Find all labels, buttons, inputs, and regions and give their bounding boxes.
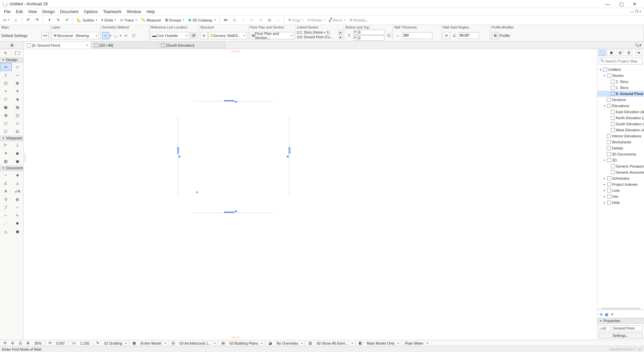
menu-design[interactable]: Design [40, 9, 57, 15]
floorplan-dropdown[interactable]: ▤ Floor Plan and Section...▸ [250, 32, 294, 39]
home-button[interactable] [12, 16, 20, 24]
filter-icon[interactable]: ▥ [307, 341, 313, 345]
radial-tool[interactable]: ∠ [0, 179, 12, 187]
view-map-tab[interactable]: ▣ [607, 50, 615, 56]
guides-button[interactable]: 📐 Guides▾ [75, 16, 99, 24]
tree-elevations[interactable]: ▾Elevations [597, 103, 644, 109]
top-input[interactable] [358, 30, 384, 35]
geom-poly-icon[interactable]: ⬠ [130, 32, 138, 39]
tree-indexes[interactable]: ▸Project Indexes [597, 181, 644, 187]
bottom-input[interactable] [358, 35, 384, 41]
refline-flip-icon[interactable]: ⇄ [190, 32, 197, 39]
delete-viewpoint-icon[interactable]: ✕ [610, 312, 614, 317]
drag-button[interactable]: ✥ Drag▾ [286, 16, 305, 24]
menu-view[interactable]: View [25, 9, 40, 15]
skylight-tool[interactable]: ▦ [0, 103, 12, 111]
refline-dropdown[interactable]: ▬ Core Outside ▸ [151, 32, 189, 39]
label-tool[interactable]: ↙A [12, 187, 23, 195]
maximize-button[interactable]: ▢ [614, 0, 628, 8]
close-button[interactable]: ✕ [628, 0, 641, 8]
viewpoint-settings-icon[interactable]: ▣ [605, 312, 608, 317]
viewset-value[interactable]: 03 Architectural 1... [178, 341, 212, 345]
units-value[interactable]: Plain Meter [404, 341, 425, 345]
shell-tool[interactable]: ◈ [12, 95, 23, 103]
tree-elev-north[interactable]: North Elevation (Auto- [597, 115, 644, 121]
geom-trapezoid-icon[interactable]: ▱ [122, 32, 129, 39]
groups-button[interactable]: ⊞ Groups▾ [163, 16, 186, 24]
properties-header[interactable]: Properties [597, 318, 644, 324]
edit-1-icon[interactable]: ◇ [230, 16, 238, 24]
zoom-in-icon[interactable]: ⊕ [25, 341, 31, 345]
zoom-fit-icon[interactable]: ⊡ [17, 341, 23, 345]
zone-tool[interactable]: ⬡ [0, 127, 12, 135]
quick-options-icon[interactable]: 🔍▾ [632, 42, 644, 49]
brand-label[interactable]: GRAPHISOFT ID [609, 347, 642, 351]
slab-tool[interactable]: ◇ [12, 63, 23, 71]
linked-story-0[interactable]: 0. Ground Floor (Cu... [300, 35, 338, 39]
thickness-input[interactable] [402, 32, 432, 39]
tree-story-1[interactable]: 1. Story [597, 85, 644, 91]
ruler-handle-top[interactable] [231, 50, 240, 52]
rotate-button[interactable]: ⟲ Rotate▾ [306, 16, 327, 24]
menu-teamwork[interactable]: Teamwork [100, 9, 124, 15]
beam-tool[interactable]: — [12, 71, 23, 79]
tree-elev-east[interactable]: East Elevation (Auto-re [597, 109, 644, 115]
elevation-tool[interactable]: ⊥ [12, 141, 23, 149]
publisher-tab[interactable]: ▥ [625, 50, 632, 56]
magic-wand-button[interactable]: ✐ [63, 16, 71, 24]
new-viewpoint-icon[interactable]: ⊕ [599, 312, 603, 317]
penset-value[interactable]: 02 Drafting [103, 341, 123, 345]
orientation-icon[interactable]: ⟳ [47, 341, 53, 345]
tree-axonometry[interactable]: Generic Axonometry [597, 169, 644, 175]
multiply-button[interactable]: ⊞ Multiply... [348, 16, 371, 24]
wall-tool[interactable]: ▭ [0, 63, 12, 71]
object-tool[interactable]: ▢ [0, 119, 12, 127]
mdi-restore[interactable]: ❐ [635, 10, 638, 13]
zoom-reset-icon[interactable]: ⟲ [2, 341, 8, 345]
tab-south-elevation[interactable]: [South Elevation] [158, 42, 225, 49]
search-input[interactable] [599, 58, 643, 64]
tree-root[interactable]: ▾Untitled [597, 67, 644, 73]
curtainwall-tool[interactable]: ▤ [12, 103, 23, 111]
wall-settings-icon[interactable]: ▭ ▸ [41, 32, 49, 39]
camera-tool[interactable]: ◉ [12, 149, 23, 157]
spline-tool[interactable]: ∿ [12, 211, 23, 219]
roof-tool[interactable]: ⬠ [0, 95, 12, 103]
menu-edit[interactable]: Edit [13, 9, 25, 15]
toolbox-document-header[interactable]: Document [0, 165, 23, 171]
drawing-tool[interactable]: ▣ [12, 227, 23, 235]
overrides-value[interactable]: No Overrides [275, 341, 300, 345]
menu-help[interactable]: Help [144, 9, 158, 15]
overrides-icon[interactable]: ◪ [267, 341, 273, 345]
filter-value[interactable]: 00 Show All Elem... [315, 341, 350, 345]
window-tool[interactable]: ⊞ [12, 79, 23, 87]
edit-3-icon[interactable]: ⊏ [248, 16, 256, 24]
story-name-field[interactable]: Ground Floor [611, 325, 643, 331]
level-tool[interactable]: ◈ [12, 171, 23, 179]
layout-value[interactable]: 03 Building Plans [228, 341, 259, 345]
geom-straight-icon[interactable]: ⌐ [102, 32, 109, 39]
project-map-tab[interactable] [599, 50, 606, 56]
tree-worksheets[interactable]: Worksheets [597, 139, 644, 145]
line-tool[interactable]: ╱ [0, 203, 12, 211]
tree-info[interactable]: ▸Info [597, 193, 644, 200]
mvo-icon[interactable]: ◧ [358, 341, 364, 345]
change-tool[interactable]: △ [0, 227, 12, 235]
circle-tool[interactable]: ○ [12, 203, 23, 211]
polyline-tool[interactable]: ⌐ [0, 211, 12, 219]
navigator-options-icon[interactable]: ≡▸ [635, 50, 643, 56]
hotspot-tool[interactable]: ⊙ [0, 195, 12, 203]
mdi-minimize[interactable]: — [630, 10, 634, 13]
minimize-button[interactable]: — [601, 0, 614, 8]
morph-tool[interactable]: ⊡ [12, 127, 23, 135]
door-tool[interactable]: ◫ [0, 79, 12, 87]
dim-tool[interactable]: ↔ [0, 171, 12, 179]
layout-book-tab[interactable]: ▤ [616, 50, 624, 56]
toolbox-viewpoint-header[interactable]: Viewpoint [0, 135, 23, 141]
scale-icon[interactable]: ▭ [71, 341, 77, 345]
edit-6-icon[interactable]: ⌂ [274, 16, 282, 24]
new-button[interactable]: ▭▾ [1, 16, 11, 24]
fill-tool[interactable]: ◍ [12, 195, 23, 203]
interior-elev-tool[interactable]: ✦ [0, 149, 12, 157]
scale-value[interactable]: 1:100 [79, 341, 91, 345]
